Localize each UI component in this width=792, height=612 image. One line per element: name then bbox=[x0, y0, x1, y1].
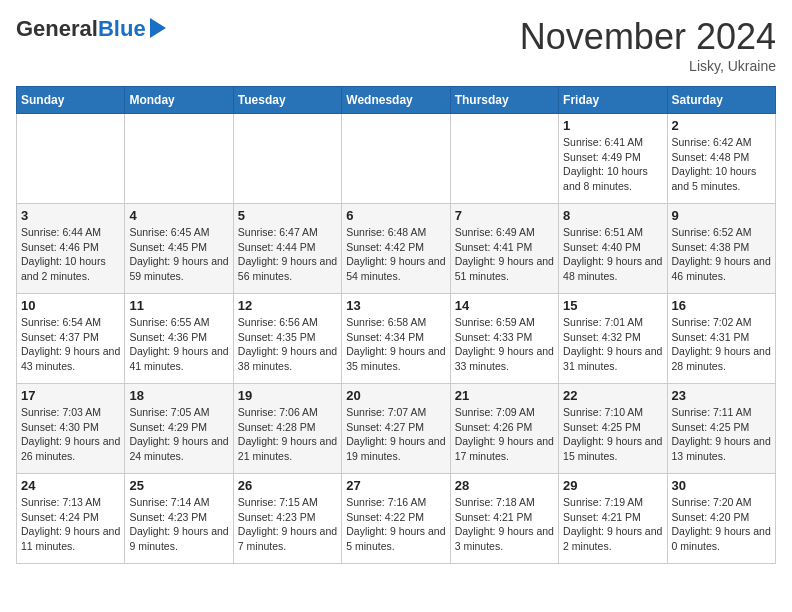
calendar-cell: 18Sunrise: 7:05 AMSunset: 4:29 PMDayligh… bbox=[125, 384, 233, 474]
day-number: 27 bbox=[346, 478, 445, 493]
calendar-cell: 17Sunrise: 7:03 AMSunset: 4:30 PMDayligh… bbox=[17, 384, 125, 474]
day-info: Sunrise: 6:58 AMSunset: 4:34 PMDaylight:… bbox=[346, 315, 445, 374]
calendar-cell: 10Sunrise: 6:54 AMSunset: 4:37 PMDayligh… bbox=[17, 294, 125, 384]
day-number: 11 bbox=[129, 298, 228, 313]
day-number: 23 bbox=[672, 388, 771, 403]
day-number: 26 bbox=[238, 478, 337, 493]
calendar-header-monday: Monday bbox=[125, 87, 233, 114]
logo-arrow-icon bbox=[150, 18, 166, 38]
calendar-cell bbox=[450, 114, 558, 204]
logo-blue-text: Blue bbox=[98, 16, 146, 42]
calendar-week-row: 1Sunrise: 6:41 AMSunset: 4:49 PMDaylight… bbox=[17, 114, 776, 204]
day-number: 29 bbox=[563, 478, 662, 493]
day-info: Sunrise: 6:42 AMSunset: 4:48 PMDaylight:… bbox=[672, 135, 771, 194]
calendar-cell: 29Sunrise: 7:19 AMSunset: 4:21 PMDayligh… bbox=[559, 474, 667, 564]
day-number: 5 bbox=[238, 208, 337, 223]
calendar-cell: 4Sunrise: 6:45 AMSunset: 4:45 PMDaylight… bbox=[125, 204, 233, 294]
day-info: Sunrise: 6:45 AMSunset: 4:45 PMDaylight:… bbox=[129, 225, 228, 284]
day-info: Sunrise: 6:49 AMSunset: 4:41 PMDaylight:… bbox=[455, 225, 554, 284]
day-number: 21 bbox=[455, 388, 554, 403]
calendar-cell: 16Sunrise: 7:02 AMSunset: 4:31 PMDayligh… bbox=[667, 294, 775, 384]
day-info: Sunrise: 7:09 AMSunset: 4:26 PMDaylight:… bbox=[455, 405, 554, 464]
calendar-cell: 28Sunrise: 7:18 AMSunset: 4:21 PMDayligh… bbox=[450, 474, 558, 564]
day-number: 25 bbox=[129, 478, 228, 493]
calendar-cell: 1Sunrise: 6:41 AMSunset: 4:49 PMDaylight… bbox=[559, 114, 667, 204]
calendar-cell: 7Sunrise: 6:49 AMSunset: 4:41 PMDaylight… bbox=[450, 204, 558, 294]
calendar-header-tuesday: Tuesday bbox=[233, 87, 341, 114]
day-number: 14 bbox=[455, 298, 554, 313]
day-info: Sunrise: 6:55 AMSunset: 4:36 PMDaylight:… bbox=[129, 315, 228, 374]
day-info: Sunrise: 6:56 AMSunset: 4:35 PMDaylight:… bbox=[238, 315, 337, 374]
calendar-cell: 9Sunrise: 6:52 AMSunset: 4:38 PMDaylight… bbox=[667, 204, 775, 294]
day-info: Sunrise: 7:11 AMSunset: 4:25 PMDaylight:… bbox=[672, 405, 771, 464]
calendar-cell: 25Sunrise: 7:14 AMSunset: 4:23 PMDayligh… bbox=[125, 474, 233, 564]
day-number: 1 bbox=[563, 118, 662, 133]
day-number: 19 bbox=[238, 388, 337, 403]
calendar-cell: 13Sunrise: 6:58 AMSunset: 4:34 PMDayligh… bbox=[342, 294, 450, 384]
calendar-cell: 20Sunrise: 7:07 AMSunset: 4:27 PMDayligh… bbox=[342, 384, 450, 474]
calendar-header-thursday: Thursday bbox=[450, 87, 558, 114]
day-number: 18 bbox=[129, 388, 228, 403]
calendar-cell: 12Sunrise: 6:56 AMSunset: 4:35 PMDayligh… bbox=[233, 294, 341, 384]
day-number: 7 bbox=[455, 208, 554, 223]
day-info: Sunrise: 7:14 AMSunset: 4:23 PMDaylight:… bbox=[129, 495, 228, 554]
day-info: Sunrise: 7:07 AMSunset: 4:27 PMDaylight:… bbox=[346, 405, 445, 464]
day-number: 24 bbox=[21, 478, 120, 493]
calendar-cell: 14Sunrise: 6:59 AMSunset: 4:33 PMDayligh… bbox=[450, 294, 558, 384]
day-number: 6 bbox=[346, 208, 445, 223]
day-info: Sunrise: 7:20 AMSunset: 4:20 PMDaylight:… bbox=[672, 495, 771, 554]
calendar-cell: 8Sunrise: 6:51 AMSunset: 4:40 PMDaylight… bbox=[559, 204, 667, 294]
calendar-cell: 11Sunrise: 6:55 AMSunset: 4:36 PMDayligh… bbox=[125, 294, 233, 384]
day-info: Sunrise: 6:51 AMSunset: 4:40 PMDaylight:… bbox=[563, 225, 662, 284]
day-number: 17 bbox=[21, 388, 120, 403]
calendar-cell: 24Sunrise: 7:13 AMSunset: 4:24 PMDayligh… bbox=[17, 474, 125, 564]
calendar-cell: 27Sunrise: 7:16 AMSunset: 4:22 PMDayligh… bbox=[342, 474, 450, 564]
location-label: Lisky, Ukraine bbox=[520, 58, 776, 74]
day-number: 8 bbox=[563, 208, 662, 223]
day-info: Sunrise: 7:18 AMSunset: 4:21 PMDaylight:… bbox=[455, 495, 554, 554]
day-info: Sunrise: 6:44 AMSunset: 4:46 PMDaylight:… bbox=[21, 225, 120, 284]
calendar-table: SundayMondayTuesdayWednesdayThursdayFrid… bbox=[16, 86, 776, 564]
calendar-cell: 21Sunrise: 7:09 AMSunset: 4:26 PMDayligh… bbox=[450, 384, 558, 474]
calendar-header-saturday: Saturday bbox=[667, 87, 775, 114]
calendar-cell: 3Sunrise: 6:44 AMSunset: 4:46 PMDaylight… bbox=[17, 204, 125, 294]
day-info: Sunrise: 7:15 AMSunset: 4:23 PMDaylight:… bbox=[238, 495, 337, 554]
calendar-cell: 15Sunrise: 7:01 AMSunset: 4:32 PMDayligh… bbox=[559, 294, 667, 384]
calendar-week-row: 24Sunrise: 7:13 AMSunset: 4:24 PMDayligh… bbox=[17, 474, 776, 564]
day-number: 20 bbox=[346, 388, 445, 403]
calendar-week-row: 3Sunrise: 6:44 AMSunset: 4:46 PMDaylight… bbox=[17, 204, 776, 294]
day-number: 15 bbox=[563, 298, 662, 313]
day-info: Sunrise: 6:52 AMSunset: 4:38 PMDaylight:… bbox=[672, 225, 771, 284]
calendar-cell: 23Sunrise: 7:11 AMSunset: 4:25 PMDayligh… bbox=[667, 384, 775, 474]
month-year-title: November 2024 bbox=[520, 16, 776, 58]
day-number: 10 bbox=[21, 298, 120, 313]
day-number: 16 bbox=[672, 298, 771, 313]
day-number: 22 bbox=[563, 388, 662, 403]
calendar-cell: 26Sunrise: 7:15 AMSunset: 4:23 PMDayligh… bbox=[233, 474, 341, 564]
day-number: 28 bbox=[455, 478, 554, 493]
day-info: Sunrise: 7:03 AMSunset: 4:30 PMDaylight:… bbox=[21, 405, 120, 464]
calendar-cell bbox=[342, 114, 450, 204]
calendar-cell: 19Sunrise: 7:06 AMSunset: 4:28 PMDayligh… bbox=[233, 384, 341, 474]
calendar-header-friday: Friday bbox=[559, 87, 667, 114]
day-number: 30 bbox=[672, 478, 771, 493]
page-header: General Blue November 2024 Lisky, Ukrain… bbox=[16, 16, 776, 74]
day-number: 3 bbox=[21, 208, 120, 223]
calendar-cell: 22Sunrise: 7:10 AMSunset: 4:25 PMDayligh… bbox=[559, 384, 667, 474]
day-info: Sunrise: 7:16 AMSunset: 4:22 PMDaylight:… bbox=[346, 495, 445, 554]
day-info: Sunrise: 6:41 AMSunset: 4:49 PMDaylight:… bbox=[563, 135, 662, 194]
calendar-cell bbox=[233, 114, 341, 204]
day-info: Sunrise: 7:06 AMSunset: 4:28 PMDaylight:… bbox=[238, 405, 337, 464]
logo-general-text: General bbox=[16, 16, 98, 42]
calendar-header-sunday: Sunday bbox=[17, 87, 125, 114]
calendar-cell: 5Sunrise: 6:47 AMSunset: 4:44 PMDaylight… bbox=[233, 204, 341, 294]
calendar-cell: 2Sunrise: 6:42 AMSunset: 4:48 PMDaylight… bbox=[667, 114, 775, 204]
day-info: Sunrise: 6:48 AMSunset: 4:42 PMDaylight:… bbox=[346, 225, 445, 284]
day-info: Sunrise: 7:19 AMSunset: 4:21 PMDaylight:… bbox=[563, 495, 662, 554]
day-info: Sunrise: 7:10 AMSunset: 4:25 PMDaylight:… bbox=[563, 405, 662, 464]
day-info: Sunrise: 6:54 AMSunset: 4:37 PMDaylight:… bbox=[21, 315, 120, 374]
calendar-week-row: 17Sunrise: 7:03 AMSunset: 4:30 PMDayligh… bbox=[17, 384, 776, 474]
calendar-cell bbox=[17, 114, 125, 204]
day-info: Sunrise: 6:59 AMSunset: 4:33 PMDaylight:… bbox=[455, 315, 554, 374]
calendar-cell: 30Sunrise: 7:20 AMSunset: 4:20 PMDayligh… bbox=[667, 474, 775, 564]
